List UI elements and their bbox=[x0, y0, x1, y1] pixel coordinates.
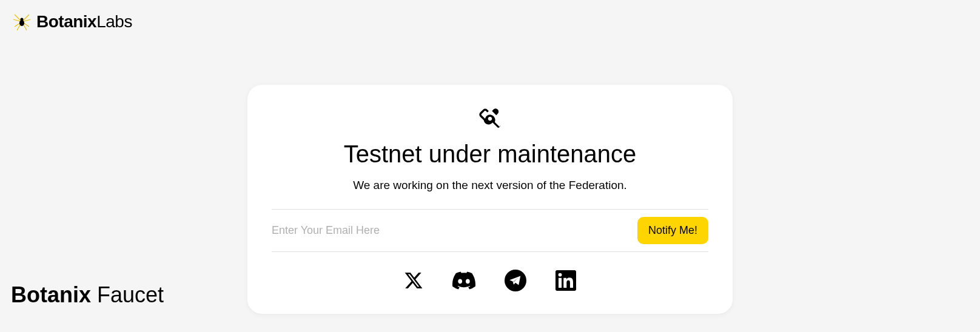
card-subtitle: We are working on the next version of th… bbox=[272, 179, 708, 192]
card-title: Testnet under maintenance bbox=[272, 141, 708, 168]
page-title: Botanix Faucet bbox=[11, 282, 164, 308]
social-links bbox=[272, 269, 708, 292]
logo-brand-light: Labs bbox=[96, 12, 132, 31]
notify-button[interactable]: Notify Me! bbox=[637, 217, 708, 244]
header-logo[interactable]: BotanixLabs bbox=[11, 11, 132, 33]
logo-text: BotanixLabs bbox=[36, 12, 132, 32]
email-input[interactable] bbox=[272, 219, 637, 242]
linkedin-icon[interactable] bbox=[555, 270, 576, 291]
logo-brand-bold: Botanix bbox=[36, 12, 96, 31]
discord-icon[interactable] bbox=[452, 269, 475, 292]
page-title-bold: Botanix bbox=[11, 282, 91, 307]
svg-point-1 bbox=[21, 18, 24, 21]
x-icon[interactable] bbox=[404, 271, 423, 290]
email-form: Notify Me! bbox=[272, 209, 708, 252]
page-title-light: Faucet bbox=[97, 282, 164, 307]
tools-icon bbox=[478, 107, 502, 133]
telegram-icon[interactable] bbox=[505, 270, 526, 291]
spider-icon bbox=[11, 11, 33, 33]
maintenance-card: Testnet under maintenance We are working… bbox=[247, 85, 733, 314]
